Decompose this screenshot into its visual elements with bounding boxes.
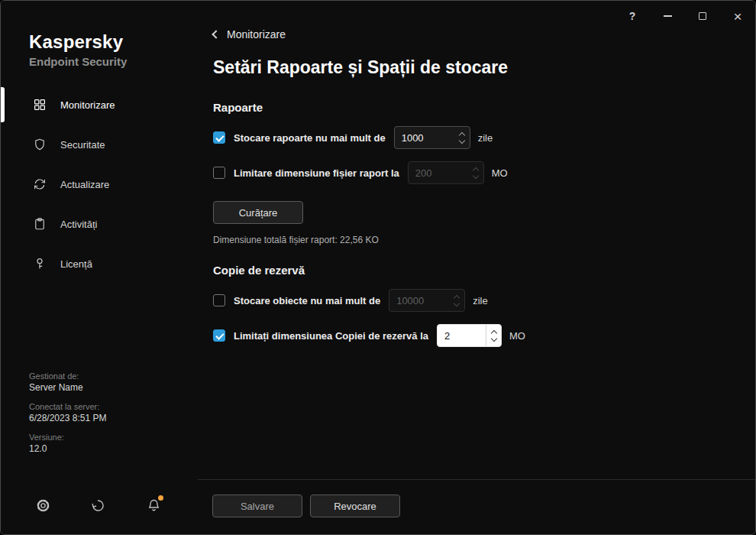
minimize-button[interactable] [650,1,685,31]
limit-report-file-checkbox[interactable] [213,167,225,179]
minimize-icon [664,15,672,17]
spinner-control [449,290,464,311]
keep-objects-checkbox[interactable] [213,294,225,306]
sidebar-item-activitati[interactable]: Activități [1,204,198,244]
brand-name: Kaspersky [29,31,198,53]
managed-by-label: Gestionat de: [29,371,198,381]
close-icon: × [733,9,741,24]
sidebar-item-securitate[interactable]: Securitate [1,125,198,164]
footer-bar: Salvare Revocare [198,479,755,534]
limit-report-file-size-field [408,161,484,184]
sidebar-item-monitorizare[interactable]: Monitorizare [1,85,198,125]
shield-icon [33,138,47,151]
clear-button[interactable]: Curățare [213,201,303,224]
dashboard-grid-icon [33,98,47,112]
connected-value: 6/28/2023 8:51 PM [29,412,198,424]
maximize-icon [699,12,706,20]
spinner-control[interactable] [486,325,501,346]
version-label: Versiune: [29,432,198,443]
back-navigation[interactable]: Monitorizare [213,28,286,41]
keep-objects-label: Stocare obiecte nu mai mult de [234,295,380,306]
version-value: 12.0 [29,443,198,455]
sidebar-item-label: Monitorizare [60,99,115,111]
notification-dot [158,495,163,501]
main-panel: Monitorizare Setări Rapoarte și Spații d… [198,1,755,534]
app-window: ? × Kaspersky Endpoint Security Monitori… [0,0,756,535]
titlebar: ? × [615,1,755,31]
connected-label: Conectat la server: [29,401,198,412]
settings-content: Monitorizare Setări Rapoarte și Spații d… [198,1,755,479]
limit-backup-size-field [437,324,502,347]
close-button[interactable]: × [720,1,755,31]
server-info: Gestionat de: Server Name Conectat la se… [1,371,198,462]
help-icon: ? [629,10,636,22]
chevron-left-icon [212,30,220,38]
maximize-button[interactable] [685,1,720,31]
sidebar-item-licenta[interactable]: Licență [1,244,198,284]
unit-label: MO [509,330,525,342]
keep-objects-days-field [389,289,465,312]
sidebar-item-label: Activități [60,219,97,230]
spinner-control [468,162,483,183]
sidebar-item-label: Licență [60,258,92,270]
chevron-down-icon[interactable] [490,335,496,341]
reports-section-heading: Rapoarte [213,101,740,114]
keep-reports-label: Stocare rapoarte nu mai mult de [234,132,386,144]
keep-reports-row: Stocare rapoarte nu mai mult de zile [213,126,740,149]
cancel-button[interactable]: Revocare [310,494,400,517]
sidebar-bottom-icons [1,496,198,514]
settings-gear-icon[interactable] [34,496,52,514]
sidebar-nav: Monitorizare Securitate Actualizare Acti… [1,85,198,284]
managed-by-value: Server Name [29,381,198,394]
spinner-control[interactable] [454,127,470,148]
notifications-bell-icon[interactable] [144,496,163,514]
chevron-down-icon [472,172,478,178]
keep-reports-checkbox[interactable] [213,131,225,144]
chevron-down-icon[interactable] [458,137,464,143]
unit-label: MO [492,167,508,179]
limit-report-file-row: Limitare dimensiune fișier raport la MO [213,161,740,184]
limit-backup-size-row: Limitați dimensiunea Copiei de rezervă l… [213,324,740,347]
keep-objects-row: Stocare obiecte nu mai mult de zile [213,289,740,312]
backup-section-heading: Copie de rezervă [213,264,740,277]
management-console-icon[interactable] [89,496,108,514]
help-button[interactable]: ? [615,1,650,31]
unit-label: zile [478,132,493,144]
back-label: Monitorizare [227,28,286,41]
chevron-down-icon [454,300,460,306]
key-icon [33,257,47,271]
brand-product: Endpoint Security [29,55,198,68]
sidebar-item-label: Securitate [60,139,105,151]
refresh-icon [33,177,47,191]
total-report-size-text: Dimensiune totală fișier raport: 22,56 K… [213,235,740,245]
sidebar: Kaspersky Endpoint Security Monitorizare… [1,1,198,534]
sidebar-item-label: Actualizare [60,179,109,190]
unit-label: zile [473,295,488,306]
limit-report-file-label: Limitare dimensiune fișier raport la [234,167,399,179]
keep-reports-days-field [394,126,470,149]
limit-backup-size-checkbox[interactable] [213,329,225,342]
limit-backup-size-label: Limitați dimensiunea Copiei de rezervă l… [234,330,428,342]
brand: Kaspersky Endpoint Security [1,31,198,68]
tasks-clipboard-icon [33,217,47,231]
sidebar-item-actualizare[interactable]: Actualizare [1,164,198,204]
save-button[interactable]: Salvare [212,494,302,517]
page-title: Setări Rapoarte și Spații de stocare [213,57,740,78]
